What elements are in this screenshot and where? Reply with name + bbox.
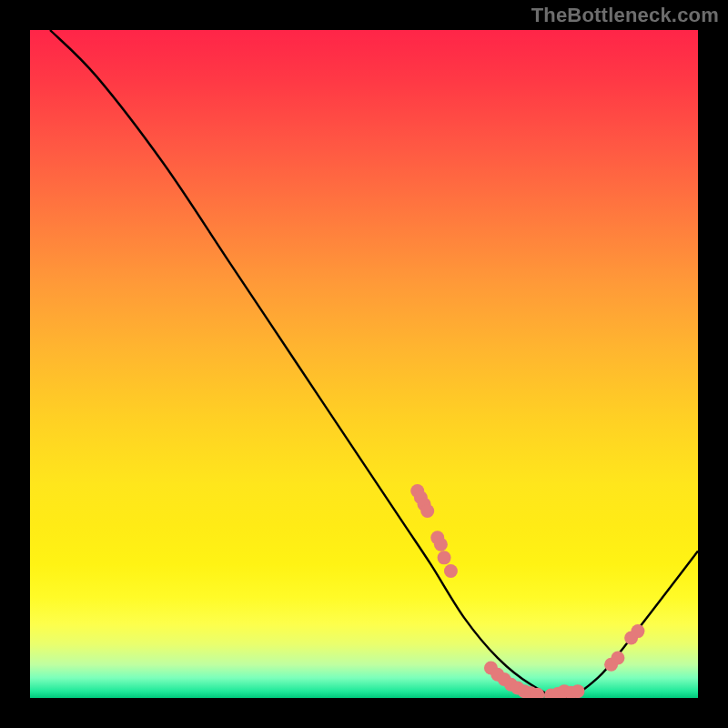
watermark-label: TheBottleneck.com bbox=[531, 4, 719, 27]
data-marker bbox=[611, 651, 624, 664]
curve-layer bbox=[50, 30, 698, 698]
plot-area bbox=[30, 30, 698, 698]
data-marker bbox=[444, 564, 458, 578]
data-marker bbox=[434, 538, 448, 551]
data-marker bbox=[420, 504, 434, 518]
chart-frame: TheBottleneck.com bbox=[0, 0, 728, 728]
chart-svg bbox=[30, 30, 698, 698]
data-marker bbox=[631, 624, 644, 638]
data-marker bbox=[438, 551, 451, 564]
data-marker bbox=[571, 684, 584, 698]
bottleneck-curve bbox=[50, 30, 698, 698]
marker-layer bbox=[410, 484, 644, 698]
